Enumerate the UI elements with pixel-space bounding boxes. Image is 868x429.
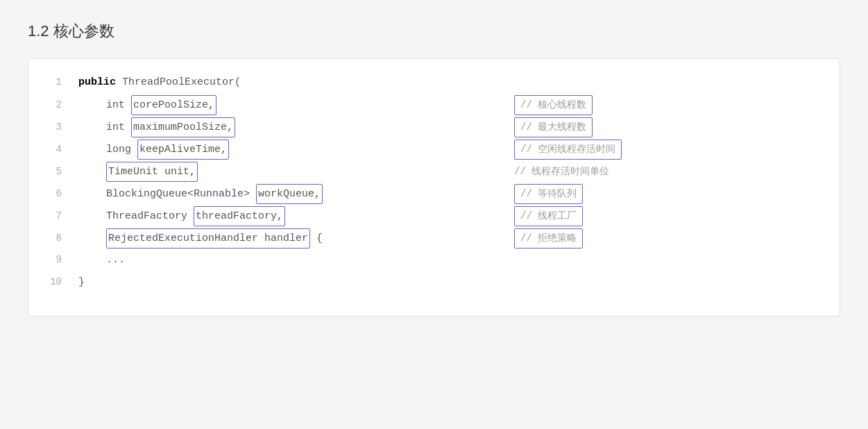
comment-plain-5: // 线程存活时间单位 — [514, 163, 609, 180]
code-line-3: 3 int maximumPoolSize, // 最大线程数 — [42, 117, 819, 140]
line6-content: BlockingQueue<Runnable> workQueue, — [106, 184, 323, 204]
code-line-2: 2 int corePoolSize, // 核心线程数 — [42, 95, 819, 117]
code-line-8: 8 RejectedExecutionHandler handler { // … — [42, 228, 819, 251]
line-num-7: 7 — [42, 208, 62, 225]
type-int-3: int — [106, 121, 125, 133]
type-threadfactory: ThreadFactory — [106, 210, 187, 222]
type-int-2: int — [106, 99, 125, 111]
line2-content: int corePoolSize, — [106, 95, 216, 115]
code-left-7: 7 ThreadFactory threadFactory, — [42, 206, 473, 226]
keyword-public: public — [78, 76, 116, 88]
code-left-5: 5 TimeUnit unit, — [42, 162, 473, 182]
code-left-4: 4 long keepAliveTime, — [42, 140, 473, 160]
ellipsis: ... — [106, 254, 125, 266]
line-num-10: 10 — [42, 274, 62, 291]
line-num-8: 8 — [42, 230, 62, 247]
code-left-8: 8 RejectedExecutionHandler handler { — [42, 228, 473, 249]
param-timeunit: TimeUnit unit, — [106, 162, 198, 182]
line1-content: public ThreadPoolExecutor( — [78, 73, 241, 92]
line-num-3: 3 — [42, 119, 62, 136]
line8-content: RejectedExecutionHandler handler { — [106, 228, 323, 249]
param-corePoolSize: corePoolSize, — [131, 95, 216, 115]
comment-3: // 最大线程数 — [514, 117, 593, 137]
line9-content: ... — [106, 251, 125, 269]
line8-brace: { — [316, 233, 323, 244]
code-left-6: 6 BlockingQueue<Runnable> workQueue, — [42, 184, 473, 204]
code-line-9: 9 ... — [42, 251, 819, 273]
comment-box-2: // 核心线程数 — [514, 95, 593, 115]
line5-content: TimeUnit unit, — [106, 162, 198, 182]
comment-box-6: // 等待队列 — [514, 184, 583, 204]
code-container: 1 public ThreadPoolExecutor( 2 int coreP… — [28, 58, 840, 317]
code-line-6: 6 BlockingQueue<Runnable> workQueue, // … — [42, 184, 819, 206]
code-line-1: 1 public ThreadPoolExecutor( — [42, 73, 819, 95]
line4-content: long keepAliveTime, — [106, 140, 229, 160]
comment-6: // 等待队列 — [514, 184, 583, 204]
code-left-10: 10 } — [42, 273, 473, 292]
code-line-4: 4 long keepAliveTime, // 空闲线程存活时间 — [42, 140, 819, 162]
code-line-5: 5 TimeUnit unit, // 线程存活时间单位 — [42, 162, 819, 184]
code-left-3: 3 int maximumPoolSize, — [42, 117, 473, 137]
param-maximumPoolSize: maximumPoolSize, — [131, 117, 235, 137]
code-left-9: 9 ... — [42, 251, 473, 269]
line-num-2: 2 — [42, 96, 62, 114]
line3-content: int maximumPoolSize, — [106, 117, 235, 137]
line-num-9: 9 — [42, 251, 62, 269]
comment-box-7: // 线程工厂 — [514, 206, 583, 226]
param-handler: RejectedExecutionHandler handler — [106, 228, 310, 249]
line-num-4: 4 — [42, 141, 62, 158]
code-left-2: 2 int corePoolSize, — [42, 95, 473, 115]
line7-content: ThreadFactory threadFactory, — [106, 206, 285, 226]
comment-4: // 空闲线程存活时间 — [514, 140, 622, 160]
line-num-5: 5 — [42, 163, 62, 180]
comment-8: // 拒绝策略 — [514, 228, 583, 249]
closing-brace: } — [78, 276, 85, 288]
line1-method: ThreadPoolExecutor( — [122, 76, 241, 88]
comment-7: // 线程工厂 — [514, 206, 583, 226]
comment-2: // 核心线程数 — [514, 95, 593, 115]
comment-5: // 线程存活时间单位 — [514, 163, 609, 180]
line-num-1: 1 — [42, 74, 62, 91]
param-threadFactory: threadFactory, — [194, 206, 285, 226]
line-num-6: 6 — [42, 185, 62, 203]
type-long-4: long — [106, 144, 131, 155]
code-line-7: 7 ThreadFactory threadFactory, // 线程工厂 — [42, 206, 819, 228]
type-blockingqueue: BlockingQueue<Runnable> — [106, 188, 250, 200]
code-left-1: 1 public ThreadPoolExecutor( — [42, 73, 473, 92]
param-keepAliveTime: keepAliveTime, — [137, 140, 229, 160]
comment-box-8: // 拒绝策略 — [514, 228, 583, 249]
param-workQueue: workQueue, — [256, 184, 323, 204]
page-title: 1.2 核心参数 — [28, 21, 840, 42]
line10-content: } — [78, 273, 85, 292]
comment-box-3: // 最大线程数 — [514, 117, 593, 137]
comment-box-4: // 空闲线程存活时间 — [514, 140, 622, 160]
code-line-10: 10 } — [42, 273, 819, 295]
code-block: 1 public ThreadPoolExecutor( 2 int coreP… — [42, 73, 819, 295]
